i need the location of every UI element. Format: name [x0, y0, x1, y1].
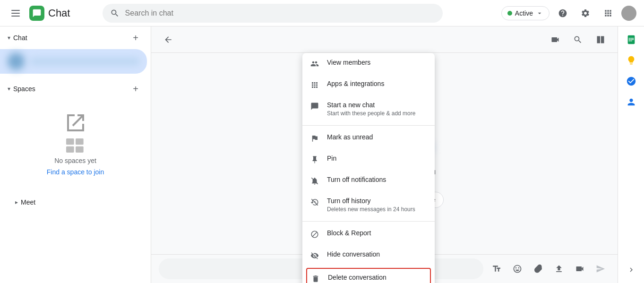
search-input[interactable]: [125, 9, 435, 17]
pin-svg: [310, 155, 319, 164]
menu-item-view-members[interactable]: View members: [302, 53, 435, 74]
svg-rect-0: [66, 138, 74, 145]
emoji-icon: [513, 264, 522, 274]
contacts-sidebar-icon[interactable]: [622, 93, 641, 111]
video-msg-button[interactable]: [570, 259, 589, 278]
send-icon: [596, 264, 605, 274]
back-button[interactable]: [159, 30, 178, 49]
chat-list-item[interactable]: [0, 49, 147, 74]
chat-section-header[interactable]: ▾ Chat +: [0, 26, 151, 49]
no-spaces-text: No spaces yet: [54, 157, 96, 164]
block-svg: [310, 230, 319, 239]
menu-item-hide[interactable]: Hide conversation: [302, 245, 435, 266]
tasks-sidebar-icon[interactable]: [622, 72, 641, 91]
help-button[interactable]: [553, 4, 572, 23]
settings-icon: [581, 9, 590, 18]
main-layout: ▾ Chat + ▾ Spaces +: [0, 26, 644, 283]
send-button[interactable]: [591, 259, 610, 278]
tasks-icon: [626, 76, 636, 86]
history-sub-label: Deletes new messages in 24 hours: [327, 206, 415, 214]
new-chat-label: Start a new chat: [327, 101, 415, 109]
help-icon: [558, 9, 567, 18]
bell-off-svg: [310, 177, 319, 185]
meet-section-label: Meet: [21, 198, 35, 206]
apps-button[interactable]: [599, 4, 618, 23]
upload-icon: [554, 264, 564, 274]
keep-sidebar-icon[interactable]: [622, 51, 641, 70]
add-chat-button[interactable]: +: [128, 30, 143, 45]
spaces-chevron: ▾: [8, 86, 10, 92]
active-status-badge[interactable]: Active: [501, 6, 550, 20]
search-bar[interactable]: [103, 4, 443, 23]
input-actions: [487, 259, 610, 278]
grid-icon: [310, 81, 319, 89]
apps-icon: [603, 9, 613, 18]
view-members-label: View members: [327, 59, 370, 66]
hide-svg: [310, 251, 319, 260]
emoji-button[interactable]: [508, 259, 527, 278]
new-chat-icon: [310, 102, 319, 111]
svg-rect-10: [630, 38, 631, 42]
chat-section-title: ▾ Chat: [8, 34, 27, 42]
no-spaces-container: No spaces yet Find a space to join: [0, 100, 151, 187]
menu-item-mark-unread[interactable]: Mark as unread: [302, 128, 435, 149]
spaces-empty-icon: [64, 111, 87, 134]
apps-menu-label: Apps & integrations: [327, 80, 384, 87]
format-text-button[interactable]: [487, 259, 506, 278]
menu-divider-2: [302, 221, 435, 222]
menu-divider-1: [302, 125, 435, 126]
menu-item-new-chat[interactable]: Start a new chat Start with these people…: [302, 95, 435, 123]
trash-svg: [311, 274, 320, 283]
menu-item-apps[interactable]: Apps & integrations: [302, 74, 435, 95]
expand-sidebar-button[interactable]: [622, 260, 641, 279]
menu-item-notifications[interactable]: Turn off notifications: [302, 170, 435, 191]
mark-unread-label: Mark as unread: [327, 133, 373, 141]
spaces-section-header[interactable]: ▾ Spaces +: [0, 77, 151, 100]
split-view-icon: [596, 35, 605, 44]
view-members-content: View members: [327, 59, 370, 66]
person-icon: [310, 60, 319, 68]
svg-rect-8: [628, 39, 634, 40]
history-off-svg: [310, 198, 319, 206]
sheets-icon: [626, 34, 636, 45]
view-members-icon: [310, 59, 319, 69]
settings-button[interactable]: [576, 4, 595, 23]
new-chat-content: Start a new chat Start with these people…: [327, 101, 415, 118]
find-space-link[interactable]: Find a space to join: [47, 168, 104, 176]
block-label: Block & Report: [327, 229, 371, 237]
chat-bubble-icon: [310, 102, 319, 111]
attachment-icon: [533, 264, 543, 274]
app-title: Chat: [48, 7, 70, 19]
svg-rect-3: [76, 146, 84, 153]
chat-item-name: [30, 58, 139, 65]
chat-area-header: [151, 26, 618, 53]
user-avatar[interactable]: [621, 6, 636, 21]
video-msg-icon: [575, 264, 584, 274]
right-sidebar: [618, 26, 644, 283]
menu-item-pin[interactable]: Pin: [302, 149, 435, 170]
notifications-off-icon: [310, 176, 319, 186]
top-header: Chat Active: [0, 0, 644, 26]
delete-content: Delete conversation: [328, 274, 386, 281]
attachment-button[interactable]: [529, 259, 548, 278]
upload-button[interactable]: [550, 259, 568, 278]
sheets-sidebar-icon[interactable]: [622, 30, 641, 49]
menu-item-delete[interactable]: Delete conversation: [306, 268, 431, 283]
hide-label: Hide conversation: [327, 250, 380, 258]
chevron-down-icon: [536, 9, 543, 17]
hamburger-button[interactable]: [8, 6, 24, 20]
search-in-chat-button[interactable]: [568, 30, 587, 49]
meet-chevron: ▸: [15, 199, 18, 206]
meet-section-header[interactable]: ▸ Meet: [8, 195, 143, 210]
menu-item-history[interactable]: Turn off history Deletes new messages in…: [302, 191, 435, 219]
split-view-button[interactable]: [591, 30, 610, 49]
menu-item-block[interactable]: Block & Report: [302, 223, 435, 245]
pin-content: Pin: [327, 154, 336, 162]
meet-section-title: ▸ Meet: [15, 198, 35, 206]
chat-logo-svg: [32, 9, 42, 18]
add-space-button[interactable]: +: [128, 81, 143, 96]
apps-menu-icon: [310, 80, 319, 90]
logo-icon: [29, 6, 44, 21]
video-call-button[interactable]: [546, 30, 565, 49]
history-label-text: Turn off history: [327, 197, 415, 205]
